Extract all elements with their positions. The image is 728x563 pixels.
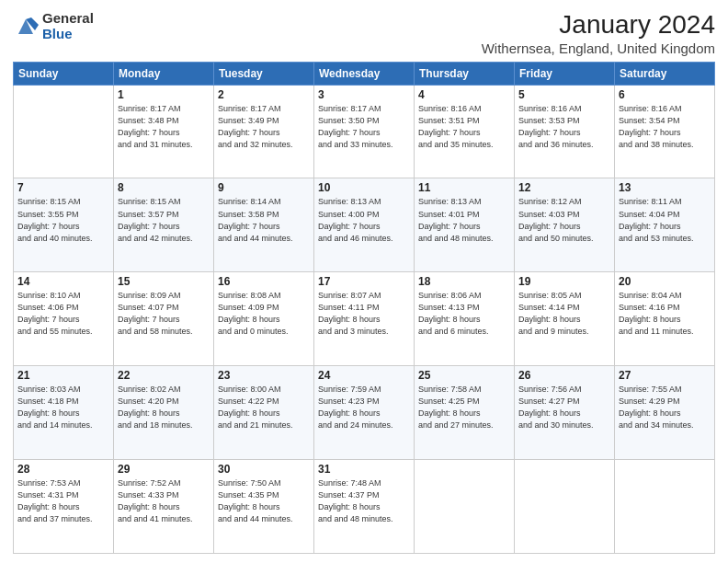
calendar-week-row: 1Sunrise: 8:17 AMSunset: 3:48 PMDaylight… (14, 85, 715, 178)
calendar-cell: 1Sunrise: 8:17 AMSunset: 3:48 PMDaylight… (114, 85, 214, 178)
day-number: 3 (318, 88, 410, 101)
day-info: Sunrise: 8:05 AMSunset: 4:14 PMDaylight:… (518, 290, 610, 338)
calendar-cell: 30Sunrise: 7:50 AMSunset: 4:35 PMDayligh… (214, 460, 314, 554)
day-info: Sunrise: 8:17 AMSunset: 3:50 PMDaylight:… (318, 103, 410, 151)
logo-blue-text: Blue (42, 27, 94, 42)
calendar-cell: 17Sunrise: 8:07 AMSunset: 4:11 PMDayligh… (314, 272, 415, 366)
day-info: Sunrise: 8:17 AMSunset: 3:48 PMDaylight:… (118, 103, 210, 151)
day-number: 2 (218, 88, 310, 101)
day-number: 28 (17, 463, 109, 476)
calendar-cell: 7Sunrise: 8:15 AMSunset: 3:55 PMDaylight… (14, 178, 114, 272)
day-info: Sunrise: 8:12 AMSunset: 4:03 PMDaylight:… (518, 196, 610, 244)
calendar-cell: 2Sunrise: 8:17 AMSunset: 3:49 PMDaylight… (214, 85, 314, 178)
calendar-cell: 5Sunrise: 8:16 AMSunset: 3:53 PMDaylight… (515, 85, 615, 178)
day-number: 13 (619, 181, 711, 194)
calendar-cell: 31Sunrise: 7:48 AMSunset: 4:37 PMDayligh… (314, 460, 415, 554)
day-number: 22 (118, 369, 210, 382)
calendar-cell: 15Sunrise: 8:09 AMSunset: 4:07 PMDayligh… (114, 272, 214, 366)
day-info: Sunrise: 7:53 AMSunset: 4:31 PMDaylight:… (17, 477, 109, 525)
weekday-header-cell: Thursday (415, 62, 515, 85)
day-info: Sunrise: 7:56 AMSunset: 4:27 PMDaylight:… (518, 384, 610, 431)
calendar-cell: 18Sunrise: 8:06 AMSunset: 4:13 PMDayligh… (415, 272, 515, 366)
calendar-page: General Blue January 2024 Withernsea, En… (0, 0, 728, 563)
day-number: 29 (118, 463, 210, 476)
calendar-cell: 8Sunrise: 8:15 AMSunset: 3:57 PMDaylight… (114, 178, 214, 272)
day-number: 18 (418, 275, 510, 288)
day-number: 9 (218, 181, 310, 194)
calendar-week-row: 21Sunrise: 8:03 AMSunset: 4:18 PMDayligh… (14, 366, 715, 460)
calendar-week-row: 7Sunrise: 8:15 AMSunset: 3:55 PMDaylight… (14, 178, 715, 272)
day-info: Sunrise: 8:17 AMSunset: 3:49 PMDaylight:… (218, 103, 310, 151)
calendar-cell: 27Sunrise: 7:55 AMSunset: 4:29 PMDayligh… (615, 366, 715, 460)
day-info: Sunrise: 8:13 AMSunset: 4:01 PMDaylight:… (418, 196, 510, 244)
calendar-cell: 20Sunrise: 8:04 AMSunset: 4:16 PMDayligh… (615, 272, 715, 366)
logo-icon (13, 14, 39, 40)
day-number: 6 (619, 88, 711, 101)
day-info: Sunrise: 7:58 AMSunset: 4:25 PMDaylight:… (418, 384, 510, 431)
calendar-cell: 13Sunrise: 8:11 AMSunset: 4:04 PMDayligh… (615, 178, 715, 272)
calendar-cell: 12Sunrise: 8:12 AMSunset: 4:03 PMDayligh… (515, 178, 615, 272)
calendar-cell: 10Sunrise: 8:13 AMSunset: 4:00 PMDayligh… (314, 178, 415, 272)
weekday-header-cell: Friday (515, 62, 615, 85)
day-info: Sunrise: 8:08 AMSunset: 4:09 PMDaylight:… (218, 290, 310, 338)
weekday-header-cell: Wednesday (314, 62, 415, 85)
day-info: Sunrise: 8:00 AMSunset: 4:22 PMDaylight:… (218, 384, 310, 431)
calendar-week-row: 14Sunrise: 8:10 AMSunset: 4:06 PMDayligh… (14, 272, 715, 366)
day-info: Sunrise: 8:11 AMSunset: 4:04 PMDaylight:… (619, 196, 711, 244)
calendar-cell (515, 460, 615, 554)
calendar-cell: 25Sunrise: 7:58 AMSunset: 4:25 PMDayligh… (415, 366, 515, 460)
day-number: 31 (318, 463, 410, 476)
day-info: Sunrise: 8:16 AMSunset: 3:53 PMDaylight:… (518, 103, 610, 151)
day-number: 17 (318, 275, 410, 288)
day-number: 19 (518, 275, 610, 288)
day-number: 15 (118, 275, 210, 288)
day-info: Sunrise: 7:52 AMSunset: 4:33 PMDaylight:… (118, 477, 210, 525)
day-number: 27 (619, 369, 711, 382)
day-number: 8 (118, 181, 210, 194)
day-info: Sunrise: 8:13 AMSunset: 4:00 PMDaylight:… (318, 196, 410, 244)
calendar-cell (14, 85, 114, 178)
day-number: 14 (17, 275, 109, 288)
calendar-week-row: 28Sunrise: 7:53 AMSunset: 4:31 PMDayligh… (14, 460, 715, 554)
day-info: Sunrise: 7:59 AMSunset: 4:23 PMDaylight:… (318, 384, 410, 431)
calendar-cell: 9Sunrise: 8:14 AMSunset: 3:58 PMDaylight… (214, 178, 314, 272)
day-number: 10 (318, 181, 410, 194)
day-number: 11 (418, 181, 510, 194)
day-number: 30 (218, 463, 310, 476)
day-info: Sunrise: 8:15 AMSunset: 3:55 PMDaylight:… (17, 196, 109, 244)
day-number: 23 (218, 369, 310, 382)
day-info: Sunrise: 7:48 AMSunset: 4:37 PMDaylight:… (318, 477, 410, 525)
weekday-header-cell: Sunday (14, 62, 114, 85)
day-number: 4 (418, 88, 510, 101)
calendar-cell: 3Sunrise: 8:17 AMSunset: 3:50 PMDaylight… (314, 85, 415, 178)
day-info: Sunrise: 8:10 AMSunset: 4:06 PMDaylight:… (17, 290, 109, 338)
month-year: January 2024 (482, 9, 715, 40)
weekday-header-cell: Tuesday (214, 62, 314, 85)
day-info: Sunrise: 8:16 AMSunset: 3:51 PMDaylight:… (418, 103, 510, 151)
day-info: Sunrise: 8:09 AMSunset: 4:07 PMDaylight:… (118, 290, 210, 338)
calendar-table: SundayMondayTuesdayWednesdayThursdayFrid… (13, 62, 715, 554)
calendar-cell (615, 460, 715, 554)
day-info: Sunrise: 7:55 AMSunset: 4:29 PMDaylight:… (619, 384, 711, 431)
title-section: January 2024 Withernsea, England, United… (482, 9, 715, 56)
calendar-cell: 24Sunrise: 7:59 AMSunset: 4:23 PMDayligh… (314, 366, 415, 460)
weekday-header-row: SundayMondayTuesdayWednesdayThursdayFrid… (14, 62, 715, 85)
day-info: Sunrise: 8:02 AMSunset: 4:20 PMDaylight:… (118, 384, 210, 431)
day-number: 12 (518, 181, 610, 194)
day-number: 16 (218, 275, 310, 288)
location: Withernsea, England, United Kingdom (482, 40, 715, 56)
day-info: Sunrise: 8:14 AMSunset: 3:58 PMDaylight:… (218, 196, 310, 244)
day-info: Sunrise: 8:07 AMSunset: 4:11 PMDaylight:… (318, 290, 410, 338)
day-number: 20 (619, 275, 711, 288)
day-info: Sunrise: 8:04 AMSunset: 4:16 PMDaylight:… (619, 290, 711, 338)
day-number: 25 (418, 369, 510, 382)
calendar-cell: 14Sunrise: 8:10 AMSunset: 4:06 PMDayligh… (14, 272, 114, 366)
logo: General Blue (13, 11, 94, 41)
calendar-cell: 28Sunrise: 7:53 AMSunset: 4:31 PMDayligh… (14, 460, 114, 554)
calendar-cell: 26Sunrise: 7:56 AMSunset: 4:27 PMDayligh… (515, 366, 615, 460)
day-number: 1 (118, 88, 210, 101)
logo-general-text: General (42, 11, 94, 27)
day-number: 5 (518, 88, 610, 101)
day-number: 26 (518, 369, 610, 382)
day-info: Sunrise: 8:03 AMSunset: 4:18 PMDaylight:… (17, 384, 109, 431)
